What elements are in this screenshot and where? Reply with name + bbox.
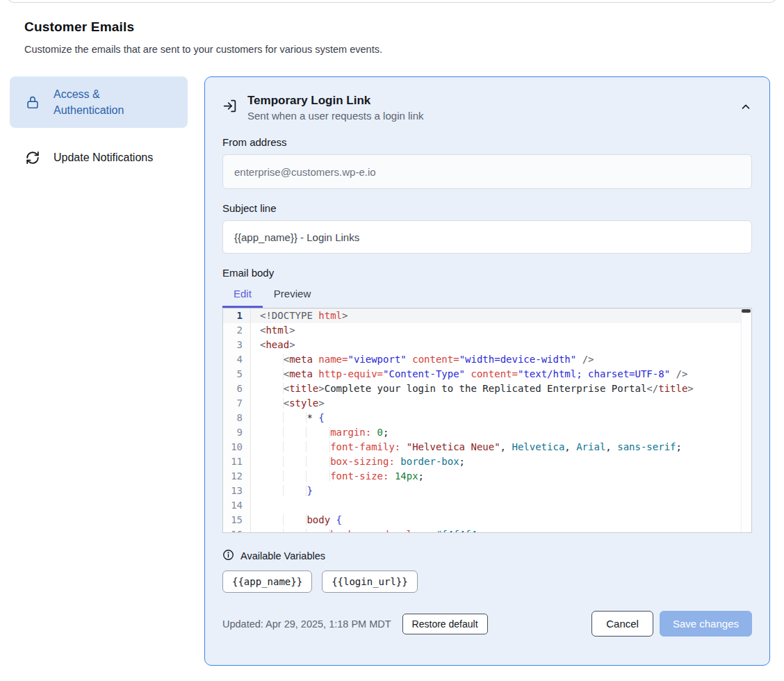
code-line-text: margin: 0; — [251, 425, 751, 440]
email-body-tabs: EditPreview — [222, 281, 752, 308]
sync-icon — [25, 150, 40, 165]
sidebar-item-update-notifications[interactable]: Update Notifications — [10, 140, 188, 175]
code-line-text: <meta http-equiv="Content-Type" content=… — [251, 367, 751, 381]
subject-line-input[interactable] — [222, 220, 752, 254]
lock-icon — [25, 95, 40, 110]
code-line-text: <!DOCTYPE html> — [251, 309, 751, 323]
code-editor[interactable]: 1<!DOCTYPE html>2<html>3<head>4 <meta na… — [222, 308, 752, 533]
code-line[interactable]: 7 <style> — [223, 396, 751, 411]
line-number: 1 — [223, 309, 251, 323]
code-line[interactable]: 6 <title>Complete your login to the Repl… — [223, 381, 751, 396]
panel-title: Temporary Login Link — [247, 94, 423, 108]
email-settings-panel: Temporary Login Link Sent when a user re… — [204, 76, 770, 666]
line-number: 5 — [223, 367, 251, 381]
code-line[interactable]: 1<!DOCTYPE html> — [223, 309, 751, 323]
variable-chips: {{app_name}}{{login_url}} — [222, 571, 752, 593]
code-line[interactable]: 14 — [223, 498, 751, 513]
code-line-text — [251, 498, 751, 513]
from-address-label: From address — [222, 136, 752, 148]
code-line-text: <head> — [251, 338, 751, 352]
code-editor-lines: 1<!DOCTYPE html>2<html>3<head>4 <meta na… — [223, 309, 751, 533]
line-number: 16 — [223, 527, 251, 533]
collapse-button[interactable] — [740, 101, 752, 115]
subject-line-label: Subject line — [222, 202, 752, 214]
sidebar: Access & AuthenticationUpdate Notificati… — [10, 76, 188, 176]
cancel-button[interactable]: Cancel — [591, 611, 653, 637]
sidebar-item-label: Update Notifications — [54, 149, 153, 165]
sidebar-item-access-authentication[interactable]: Access & Authentication — [10, 76, 188, 128]
previous-card-bottom-edge — [7, 0, 777, 3]
editor-scrollbar-thumb[interactable] — [742, 309, 751, 313]
panel-header-text: Temporary Login Link Sent when a user re… — [247, 94, 423, 122]
line-number: 7 — [223, 396, 251, 411]
info-icon — [222, 549, 234, 563]
code-line-text: * { — [251, 411, 751, 425]
line-number: 11 — [223, 454, 251, 469]
variable-chip[interactable]: {{app_name}} — [222, 571, 312, 593]
restore-default-button[interactable]: Restore default — [402, 614, 488, 634]
variable-chip[interactable]: {{login_url}} — [322, 571, 418, 593]
email-body-label: Email body — [222, 267, 752, 279]
line-number: 14 — [223, 498, 251, 513]
panel-subtitle: Sent when a user requests a login link — [247, 110, 423, 122]
line-number: 3 — [223, 338, 251, 352]
code-line[interactable]: 13 } — [223, 484, 751, 498]
line-number: 6 — [223, 381, 251, 396]
tab-preview[interactable]: Preview — [263, 281, 322, 308]
editor-scrollbar-track[interactable] — [741, 309, 751, 532]
code-line-text: font-size: 14px; — [251, 469, 751, 484]
code-line-text: box-sizing: border-box; — [251, 454, 751, 469]
code-line[interactable]: 4 <meta name="viewport" content="width=d… — [223, 352, 751, 367]
line-number: 4 — [223, 352, 251, 367]
panel-footer: Updated: Apr 29, 2025, 1:18 PM MDT Resto… — [222, 611, 752, 637]
page-title: Customer Emails — [24, 19, 382, 35]
page-header: Customer Emails Customize the emails tha… — [24, 19, 382, 55]
available-variables-row: Available Variables — [222, 549, 752, 563]
code-line[interactable]: 16 background-color: #f4f4f4; — [223, 527, 751, 533]
code-line-text: <meta name="viewport" content="width=dev… — [251, 352, 751, 367]
line-number: 8 — [223, 411, 251, 425]
code-line[interactable]: 12 font-size: 14px; — [223, 469, 751, 484]
code-line-text: body { — [251, 513, 751, 527]
code-line[interactable]: 11 box-sizing: border-box; — [223, 454, 751, 469]
login-icon — [222, 99, 237, 113]
sidebar-item-label: Access & Authentication — [54, 86, 144, 118]
code-line-text: background-color: #f4f4f4; — [251, 527, 751, 533]
page-subtitle: Customize the emails that are sent to yo… — [24, 44, 382, 55]
line-number: 12 — [223, 469, 251, 484]
code-line-text: font-family: "Helvetica Neue", Helvetica… — [251, 440, 751, 454]
code-line[interactable]: 3<head> — [223, 338, 751, 352]
updated-timestamp: Updated: Apr 29, 2025, 1:18 PM MDT — [222, 618, 391, 630]
line-number: 2 — [223, 323, 251, 338]
code-line-text: <style> — [251, 396, 751, 411]
code-line[interactable]: 2<html> — [223, 323, 751, 338]
line-number: 9 — [223, 425, 251, 440]
line-number: 10 — [223, 440, 251, 454]
available-variables-label: Available Variables — [240, 550, 325, 561]
from-address-input[interactable] — [222, 154, 752, 189]
line-number: 15 — [223, 513, 251, 527]
code-line[interactable]: 10 font-family: "Helvetica Neue", Helvet… — [223, 440, 751, 454]
code-line[interactable]: 8 * { — [223, 411, 751, 425]
code-line-text: } — [251, 484, 751, 498]
code-line[interactable]: 15 body { — [223, 513, 751, 527]
code-line-text: <title>Complete your login to the Replic… — [251, 381, 751, 396]
chevron-up-icon — [740, 101, 752, 115]
save-changes-button[interactable]: Save changes — [660, 611, 752, 637]
line-number: 13 — [223, 484, 251, 498]
code-line[interactable]: 9 margin: 0; — [223, 425, 751, 440]
code-line-text: <html> — [251, 323, 751, 338]
code-line[interactable]: 5 <meta http-equiv="Content-Type" conten… — [223, 367, 751, 381]
panel-header: Temporary Login Link Sent when a user re… — [222, 94, 752, 122]
tab-edit[interactable]: Edit — [222, 281, 263, 308]
page: Customer Emails Customize the emails tha… — [0, 0, 784, 681]
